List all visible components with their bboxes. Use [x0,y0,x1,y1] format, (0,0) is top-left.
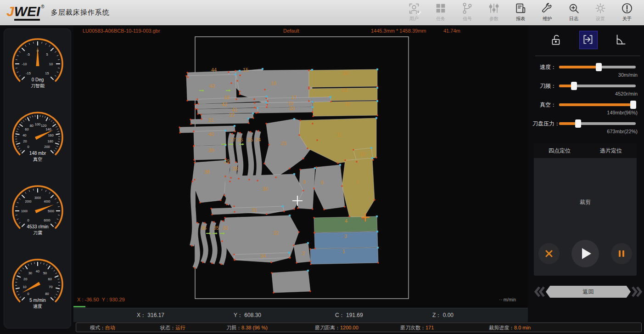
topbar-icon-label: 报表 [516,16,525,22]
svg-text:24: 24 [255,137,261,142]
about-icon [621,2,633,15]
svg-text:36: 36 [201,225,207,231]
svg-text:2: 2 [302,250,305,256]
svg-text:80: 80 [45,292,49,296]
topbar-icon-maintenance[interactable]: 维护 [534,2,560,22]
svg-text:26: 26 [237,137,243,142]
svg-text:38: 38 [204,169,210,175]
back-button[interactable]: 返回 [546,286,631,298]
topbar-icon-tasks[interactable]: 任务 [427,2,454,22]
svg-text:43: 43 [209,83,215,89]
svg-text:200: 200 [44,145,50,149]
status-item: 状态：运行 [160,324,185,331]
knife-pressure-slider-handle[interactable] [575,119,581,128]
right-panel: 速度： 30m/min 刀频： 4520r/min 真空： 149mbr(96%… [532,25,644,334]
slider-fill [559,66,599,68]
svg-text:25: 25 [247,137,253,142]
status-item: 模式：自动 [90,324,115,331]
svg-text:30: 30 [263,186,268,192]
topbar-icon-params[interactable]: 参数 [481,2,507,22]
topbar-icon-about[interactable]: 关于 [614,2,640,22]
topbar-icon-signal[interactable]: 信号 [454,2,481,22]
topbar-icon-label: 用户 [409,16,419,22]
svg-text:29: 29 [224,159,230,164]
angle-icon [614,33,627,47]
svg-text:27: 27 [230,137,235,142]
svg-text:39: 39 [208,147,214,153]
svg-text:10: 10 [49,62,52,66]
vacuum-slider-handle[interactable] [630,101,636,109]
svg-text:16: 16 [271,80,276,86]
svg-text:32: 32 [273,230,279,236]
svg-text:0: 0 [27,145,29,149]
app-title: 多层裁床操作系统 [51,8,110,17]
svg-text:0: 0 [27,218,29,222]
slider-label-speed: 速度： [532,63,556,71]
knife-freq-slider-handle[interactable] [571,82,577,90]
tool-angle[interactable] [611,31,630,49]
topbar-icon-log[interactable]: 日志 [560,2,587,22]
svg-text:-10: -10 [22,62,27,66]
maintenance-icon [541,2,554,15]
topbar-icon-settings[interactable]: 设置 [587,2,614,22]
svg-text:5000: 5000 [47,209,54,213]
status-item: 裁剪进度：8.0 min [489,324,531,331]
tab-piece-positioning[interactable]: 选片定位 [585,143,637,158]
svg-text:0 Deg: 0 Deg [31,77,44,82]
topbar-icon-label: 维护 [543,16,552,22]
svg-text:33: 33 [223,225,228,231]
slider-value-vacuum: 149mbr(96%) [532,110,638,116]
app-window: JWEI® 多层裁床操作系统 用户 任务 信号 参数 [0,0,644,334]
status-item: 磨刀距离：1200.00 [315,324,358,331]
svg-text:刀智能: 刀智能 [31,83,45,88]
transport-buttons [534,240,637,267]
cutting-canvas[interactable]: LU00583-A06BCB-10-119-003.gbr Default 14… [73,25,528,308]
cancel-button[interactable] [538,243,560,264]
close-icon [545,249,553,258]
svg-text:4: 4 [345,218,347,224]
knife-freq-slider[interactable] [559,82,636,90]
cursor-position: X : -36.50 Y : 930.29 [77,297,125,302]
svg-text:60: 60 [25,127,28,131]
topbar-icon-user[interactable]: 用户 [401,2,427,22]
svg-text:4000: 4000 [44,200,50,203]
topbar-icon-label: 参数 [489,16,498,22]
tool-unlock[interactable] [547,31,566,49]
speed-slider-handle[interactable] [596,63,602,71]
svg-text:20: 20 [289,106,295,111]
log-icon [567,2,580,15]
svg-text:18: 18 [224,95,230,100]
logo-wei: WEI [14,5,40,21]
svg-text:23: 23 [281,141,286,146]
coord-y: Y： 608.30 [234,311,261,319]
tab-four-point-positioning[interactable]: 四点定位 [534,143,585,158]
topbar-icon-label: 关于 [622,16,632,22]
svg-text:15: 15 [45,71,49,75]
chevrons-right-icon [631,286,643,298]
start-button[interactable] [571,240,599,267]
vacuum-slider[interactable] [559,101,636,108]
svg-text:140: 140 [45,127,51,131]
speed-slider[interactable] [559,63,636,71]
params-icon [487,2,500,15]
svg-text:44: 44 [211,67,217,73]
pause-button[interactable] [611,243,632,264]
gauge-1: 020406080100120140160180200148 mbr真空 [6,107,70,176]
svg-text:17: 17 [291,95,297,100]
gauge-sidebar: -15-10-50510150 Deg刀智能020406080100120140… [4,28,71,328]
pause-icon [619,250,624,257]
topbar-icon-report[interactable]: 报表 [507,2,534,22]
divider [535,56,640,56]
svg-text:13: 13 [342,87,347,93]
knife-pressure-slider[interactable] [559,120,636,127]
positioning-card: 四点定位 选片定位 裁剪 [534,143,637,276]
svg-text:100: 100 [34,122,40,126]
svg-text:40: 40 [35,269,39,273]
svg-text:-5: -5 [27,52,30,57]
svg-text:40: 40 [208,131,214,137]
topbar-icon-label: 设置 [596,16,605,22]
svg-text:35: 35 [213,225,219,231]
pattern-layout[interactable]: 4415431614131217192018424122214039231110… [73,25,528,308]
tool-import[interactable] [579,31,598,49]
svg-text:7: 7 [356,180,359,185]
